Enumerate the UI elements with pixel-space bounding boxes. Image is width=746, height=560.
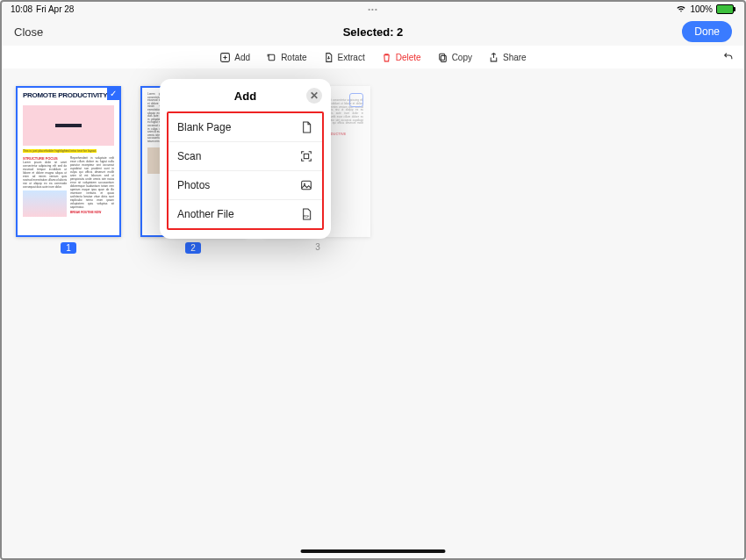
toolbar-add-label: Add — [234, 53, 250, 62]
home-indicator[interactable] — [301, 549, 446, 553]
page-number-2: 2 — [185, 242, 201, 254]
page-grid: ✓ PROMOTE PRODUCTIVITY This is just plac… — [2, 68, 744, 558]
option-photos[interactable]: Photos — [169, 170, 322, 199]
toolbar-extract[interactable]: Extract — [323, 52, 365, 63]
battery-icon — [716, 4, 735, 14]
toolbar-extract-label: Extract — [338, 53, 365, 62]
toolbar-share-label: Share — [503, 53, 527, 62]
pdf-file-icon: PDF — [299, 207, 313, 221]
toolbar-rotate-label: Rotate — [281, 53, 306, 62]
ipad-screen: 10:08 Fri Apr 28 ••• 100% Close Selected… — [0, 0, 746, 560]
close-button[interactable]: Close — [14, 25, 43, 39]
svg-rect-5 — [302, 181, 312, 189]
option-blank-page[interactable]: Blank Page — [169, 113, 322, 141]
option-scan-label: Scan — [177, 150, 201, 162]
unchecked-box-icon[interactable] — [349, 93, 363, 107]
page-thumb-1[interactable]: ✓ PROMOTE PRODUCTIVITY This is just plac… — [16, 86, 121, 254]
svg-rect-4 — [304, 154, 308, 158]
rotate-icon — [266, 52, 277, 63]
add-popover: Add ✕ Blank Page Scan Photos Another Fil… — [160, 79, 331, 239]
nav-bar: Close Selected: 2 Done — [2, 18, 744, 46]
multitask-dots-icon[interactable]: ••• — [368, 5, 377, 13]
undo-icon — [722, 51, 734, 62]
toolbar-share[interactable]: Share — [488, 52, 527, 63]
undo-button[interactable] — [722, 51, 734, 64]
toolbar: Add Rotate Extract Delete Copy Share — [2, 46, 744, 69]
page-number-1: 1 — [61, 242, 76, 254]
status-date: Fri Apr 28 — [36, 4, 74, 14]
check-icon: ✓ — [107, 88, 119, 100]
option-scan[interactable]: Scan — [169, 141, 322, 170]
toolbar-add[interactable]: Add — [219, 52, 250, 63]
toolbar-delete-label: Delete — [396, 53, 421, 62]
option-photos-label: Photos — [177, 179, 210, 191]
share-icon — [488, 52, 499, 63]
done-button[interactable]: Done — [682, 21, 732, 42]
option-another-label: Another File — [177, 208, 234, 220]
svg-rect-2 — [441, 55, 446, 61]
blank-page-icon — [299, 120, 313, 134]
popover-option-list: Blank Page Scan Photos Another File PDF — [167, 111, 324, 230]
toolbar-delete[interactable]: Delete — [381, 52, 421, 63]
popover-title: Add — [234, 90, 256, 103]
option-another-file[interactable]: Another File PDF — [169, 199, 322, 228]
status-time: 10:08 — [11, 4, 32, 14]
scan-icon — [299, 149, 313, 163]
toolbar-copy-label: Copy — [452, 53, 472, 62]
toolbar-rotate[interactable]: Rotate — [266, 52, 306, 63]
doc-headline: PROMOTE PRODUCTIVITY — [18, 88, 119, 104]
extract-icon — [323, 52, 334, 63]
nav-title: Selected: 2 — [343, 25, 404, 39]
wifi-icon — [676, 3, 686, 15]
svg-text:PDF: PDF — [304, 215, 310, 219]
battery-percent: 100% — [690, 4, 713, 14]
add-icon — [219, 52, 231, 63]
svg-rect-3 — [439, 54, 444, 60]
photos-icon — [299, 178, 313, 192]
page-number-3: 3 — [315, 242, 320, 252]
close-icon[interactable]: ✕ — [306, 88, 322, 104]
trash-icon — [381, 52, 392, 63]
copy-icon — [437, 52, 448, 63]
option-blank-label: Blank Page — [177, 121, 231, 133]
svg-rect-1 — [269, 54, 275, 61]
toolbar-copy[interactable]: Copy — [437, 52, 472, 63]
status-bar: 10:08 Fri Apr 28 ••• 100% — [2, 2, 744, 16]
